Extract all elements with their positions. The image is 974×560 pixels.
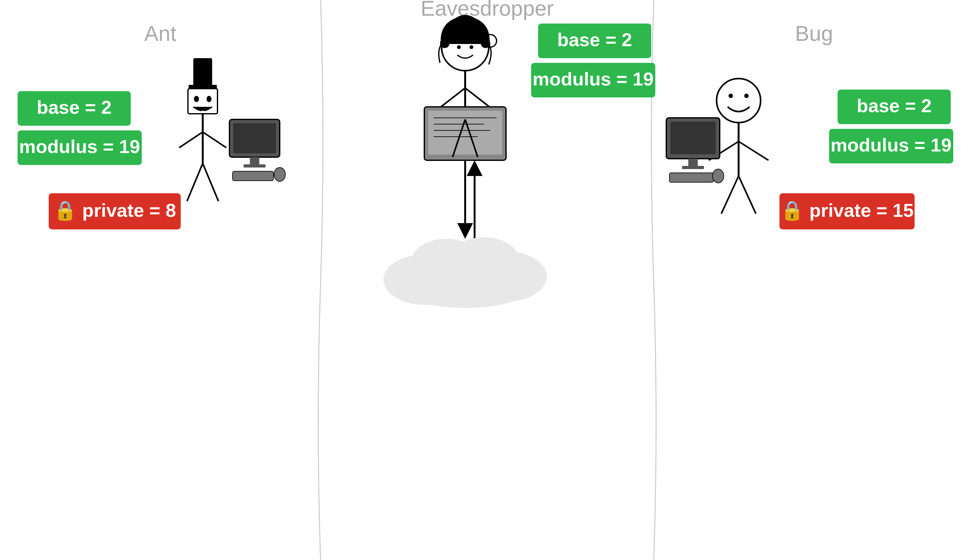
svg-line-6 <box>179 132 203 148</box>
svg-point-43 <box>402 270 528 308</box>
svg-line-9 <box>203 163 218 201</box>
bug-base-text: base = 2 <box>857 95 932 116</box>
svg-rect-14 <box>233 171 274 181</box>
svg-rect-13 <box>244 164 265 167</box>
svg-point-46 <box>744 93 749 98</box>
bug-private-text: 🔒 private = 15 <box>781 199 914 222</box>
svg-point-19 <box>457 45 461 49</box>
svg-marker-37 <box>467 160 482 176</box>
eaves-base-text: base = 2 <box>557 29 632 50</box>
svg-line-8 <box>187 163 203 201</box>
svg-rect-53 <box>670 122 715 154</box>
svg-rect-1 <box>193 58 212 87</box>
svg-rect-12 <box>250 157 259 165</box>
svg-rect-54 <box>688 159 698 167</box>
svg-point-57 <box>712 169 724 183</box>
svg-line-51 <box>739 176 756 214</box>
svg-point-15 <box>274 167 285 181</box>
svg-marker-35 <box>457 223 473 239</box>
svg-rect-11 <box>233 123 276 153</box>
ant-private-text: 🔒 private = 8 <box>53 199 176 222</box>
bug-modulus-text: modulus = 19 <box>831 135 951 155</box>
bug-label: Bug <box>795 22 833 45</box>
svg-line-49 <box>739 142 769 160</box>
ant-modulus-text: modulus = 19 <box>19 136 140 157</box>
svg-point-44 <box>717 78 761 123</box>
svg-rect-27 <box>428 111 502 155</box>
svg-point-20 <box>470 45 473 49</box>
svg-point-4 <box>207 96 212 102</box>
ant-base-text: base = 2 <box>37 97 112 118</box>
svg-line-50 <box>721 176 739 214</box>
svg-point-3 <box>194 96 199 102</box>
eavesdropper-label: Eavesdropper <box>420 0 554 20</box>
svg-point-45 <box>729 93 733 98</box>
ant-label: Ant <box>144 22 176 45</box>
svg-point-17 <box>440 38 449 48</box>
svg-line-7 <box>203 132 226 148</box>
svg-rect-56 <box>669 173 714 182</box>
eaves-modulus-text: modulus = 19 <box>532 68 654 90</box>
svg-rect-55 <box>682 166 704 169</box>
